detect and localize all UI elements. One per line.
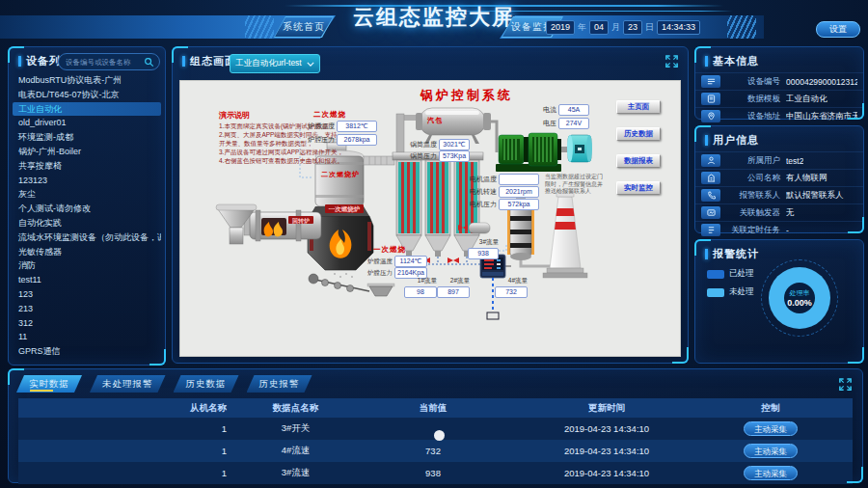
- info-row-address: 设备地址 中国山东省济南市天桥区: [695, 107, 863, 124]
- field-value[interactable]: 897: [437, 286, 470, 298]
- device-list-item[interactable]: 312: [13, 316, 161, 331]
- active-collect-button[interactable]: 主动采集: [744, 421, 798, 436]
- field-label: 炉膛温度: [302, 122, 335, 131]
- user-info-title: 用户信息: [713, 133, 759, 148]
- user-info-header: 用户信息: [695, 126, 863, 148]
- tab-history-data[interactable]: 历史数据: [174, 375, 239, 393]
- field-value[interactable]: 98: [404, 286, 437, 298]
- device-list-item[interactable]: 消防: [13, 258, 161, 273]
- device-list-item[interactable]: old_driver01: [13, 116, 161, 130]
- column-header: 数据点名称: [250, 402, 341, 415]
- device-list-item-selected[interactable]: 工业自动化: [13, 102, 161, 117]
- phone-icon: [701, 189, 720, 202]
- device-list-item[interactable]: 123123: [13, 174, 161, 188]
- date-day-unit: 日: [645, 21, 654, 34]
- column-header: 从机名称: [18, 402, 250, 415]
- device-list-item[interactable]: 共享按摩椅: [13, 159, 161, 174]
- info-label: 关联定时任务: [726, 225, 780, 236]
- device-list-item[interactable]: 灰尘: [13, 187, 161, 202]
- field-value[interactable]: 732: [495, 286, 528, 298]
- active-collect-button[interactable]: 主动采集: [744, 444, 798, 458]
- device-search-input[interactable]: [64, 57, 142, 68]
- tab-realtime-data[interactable]: 实时数据: [16, 375, 82, 393]
- basic-info-header: 基本信息: [695, 47, 863, 68]
- field-value[interactable]: 2021rpm: [499, 186, 539, 198]
- tab-history-alarms[interactable]: 历史报警: [247, 375, 312, 393]
- template-icon: [701, 93, 720, 105]
- scada-main-page-button[interactable]: 主页面: [616, 100, 661, 114]
- settings-button[interactable]: 设置: [816, 21, 860, 38]
- scada-report-button[interactable]: 数据报表: [616, 154, 661, 168]
- tab-unprocessed-alarms[interactable]: 未处理报警: [90, 375, 166, 393]
- info-label: 关联触发器: [726, 207, 780, 219]
- info-row-device-id: 设备编号 00004299000123123: [695, 72, 863, 90]
- device-list-item[interactable]: 环境监测-成都: [13, 130, 161, 145]
- scada-history-data-button[interactable]: 历史数据: [616, 127, 661, 141]
- device-list-item[interactable]: GPRS通信: [13, 344, 161, 359]
- info-value: 无: [786, 207, 795, 219]
- device-list-item[interactable]: 光敏传感器: [13, 245, 161, 259]
- field-label: 电机压力: [466, 200, 497, 209]
- search-icon[interactable]: [144, 57, 154, 68]
- field-label: 炉膛压力: [302, 135, 335, 145]
- table-row: 1 4#流速 732 2019-04-23 14:34:10 主动采集: [18, 440, 853, 462]
- device-list-item[interactable]: 123: [13, 287, 161, 302]
- cell-update-time: 2019-04-23 14:34:10: [525, 446, 689, 456]
- field-value[interactable]: 1124℃: [394, 256, 427, 267]
- accent-bar: [705, 135, 708, 146]
- cell-slave-name: 1: [18, 446, 250, 456]
- device-list-item[interactable]: ModbusRTU协议电表-广州: [13, 73, 161, 88]
- device-list-item[interactable]: 213: [13, 302, 161, 316]
- screen-select-value: 工业自动化url-test: [235, 58, 301, 69]
- diagram-title: 锅炉控制系统: [394, 87, 539, 104]
- cell-slave-name: 1: [18, 423, 250, 434]
- field-label: 锅筒压力: [408, 151, 437, 161]
- field-value[interactable]: 45A: [558, 104, 589, 116]
- device-list-panel: 设备列表 ModbusRTU协议电表-广州 电表DL/T645-07协议-北京 …: [8, 46, 166, 366]
- device-list-item[interactable]: 个人测试-请勿修改: [13, 202, 161, 216]
- user-row-company: 公司名称 有人物联网: [695, 169, 863, 186]
- device-list: ModbusRTU协议电表-广州 电表DL/T645-07协议-北京 工业自动化…: [13, 73, 161, 361]
- field-furnace-temp-1: 炉膛温度 1124℃: [364, 256, 427, 267]
- date-year-unit: 年: [578, 21, 586, 34]
- scada-realtime-button[interactable]: 实时监控: [616, 181, 661, 195]
- field-value[interactable]: 3021℃: [439, 139, 470, 150]
- time-display: 14:34:33: [657, 20, 700, 35]
- scada-diagram: 锅炉控制系统 演示说明 1.本页面绑定真实设备(锅炉测试)的数据， 2.网页、大…: [179, 80, 681, 357]
- basic-info-title: 基本信息: [713, 54, 759, 68]
- field-value[interactable]: 274V: [558, 118, 589, 129]
- device-list-item[interactable]: 自动化实践: [13, 216, 161, 230]
- realtime-table: 从机名称 数据点名称 当前值 更新时间 控制 1 3#开关 2019-04-23…: [18, 398, 853, 484]
- info-label: 公司名称: [726, 173, 780, 184]
- field-value[interactable]: 2678kpa: [337, 134, 377, 146]
- note-line: 3.产品设备可通过网页或APP远程操作开关，: [219, 148, 346, 156]
- date-year[interactable]: 2019: [546, 20, 575, 35]
- screen-select-dropdown[interactable]: 工业自动化url-test: [230, 54, 320, 73]
- cell-point-name: 3#开关: [250, 422, 341, 435]
- cell-control: 主动采集: [689, 466, 853, 480]
- device-list-item[interactable]: 11: [13, 330, 161, 344]
- device-list-item[interactable]: 电表DL/T645-07协议-北京: [13, 88, 161, 102]
- field-value[interactable]: 573Kpa: [439, 150, 470, 162]
- field-label: 4#流量: [495, 277, 528, 285]
- header-hatch-left: [245, 15, 274, 39]
- device-list-item[interactable]: 流域水环境监测设备（勿动此设备，谢谢）: [13, 230, 161, 245]
- field-value[interactable]: 572kpa: [499, 199, 539, 210]
- device-list-item[interactable]: test11: [13, 273, 161, 287]
- field-value[interactable]: 3812℃: [337, 121, 377, 132]
- date-month[interactable]: 04: [589, 20, 609, 35]
- info-value: test2: [786, 156, 803, 166]
- notes-title: 演示说明: [219, 110, 250, 121]
- date-day[interactable]: 23: [623, 20, 642, 35]
- user-row-alarm-contact: 报警联系人 默认报警联系人: [695, 186, 863, 203]
- task-icon: [701, 224, 720, 236]
- label-drum: 汽包: [427, 116, 443, 125]
- field-value[interactable]: 938: [468, 248, 499, 259]
- device-list-item[interactable]: 锅炉-广州-Boiler: [13, 145, 161, 159]
- active-collect-button[interactable]: 主动采集: [744, 466, 798, 480]
- field-value[interactable]: [499, 174, 539, 185]
- info-value: -: [786, 226, 789, 235]
- table-fullscreen-icon[interactable]: [838, 377, 853, 392]
- field-flow-4: 4#流量 732: [495, 277, 528, 298]
- fullscreen-icon[interactable]: [665, 54, 679, 68]
